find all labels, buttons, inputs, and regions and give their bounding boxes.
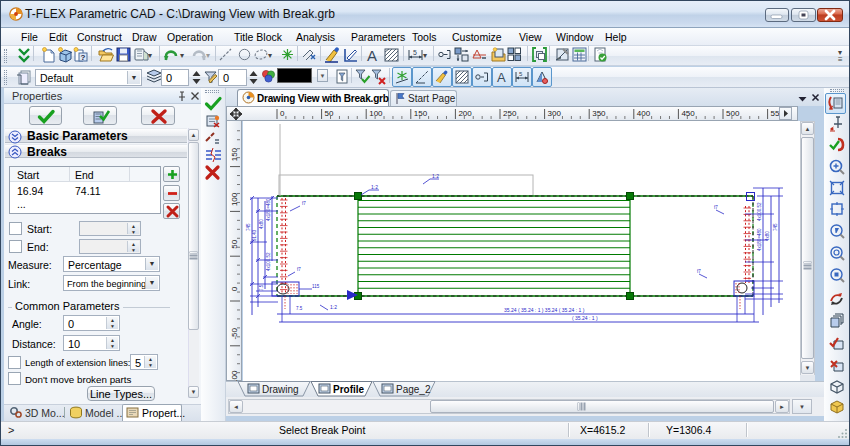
svg-text:A: A [497, 70, 506, 85]
svg-text:35.24 ( 35.24 : 1 ) 35.24 (: 35.24 ( 35.24 : 1 ) 35.24 ( 35.24 : 1 ) [504, 307, 585, 313]
svg-text:f7: f7 [714, 205, 718, 210]
svg-text:0: 0 [230, 286, 239, 291]
svg-text:1:2: 1:2 [432, 173, 439, 179]
svg-text:1:2: 1:2 [371, 184, 378, 190]
svg-text:300: 300 [548, 109, 562, 118]
svg-text:f7: f7 [302, 201, 306, 206]
svg-text:200: 200 [458, 109, 472, 118]
svg-text:( 35.24 : 1 ): ( 35.24 : 1 ) [572, 315, 598, 321]
svg-text:5: 5 [413, 49, 417, 56]
svg-text:Page_2: Page_2 [396, 384, 431, 395]
svg-text:4x100.52: 4x100.52 [757, 202, 762, 221]
svg-text:7.5: 7.5 [259, 284, 264, 291]
svg-text:Drawing: Drawing [262, 384, 299, 395]
svg-text:?: ? [81, 53, 86, 62]
svg-text:150: 150 [414, 109, 428, 118]
svg-text:f7: f7 [697, 269, 701, 274]
svg-text:0: 0 [280, 109, 285, 118]
svg-text:91.43: 91.43 [252, 229, 257, 241]
svg-text:5: 5 [519, 71, 523, 77]
svg-text:4x80: 4x80 [259, 219, 264, 229]
svg-text:50: 50 [325, 109, 334, 118]
svg-text:100: 100 [369, 109, 383, 118]
svg-text:4x80: 4x80 [765, 231, 770, 241]
svg-text:350: 350 [592, 109, 606, 118]
svg-text:115: 115 [312, 284, 320, 289]
svg-text:745: 745 [773, 223, 778, 231]
svg-text:A: A [367, 47, 377, 64]
svg-text:450: 450 [681, 109, 695, 118]
svg-text:f7: f7 [297, 267, 301, 272]
svg-text:745: 745 [246, 223, 251, 231]
svg-text:1:2: 1:2 [330, 304, 337, 310]
svg-text:100: 100 [230, 192, 239, 206]
svg-text:7.5: 7.5 [296, 306, 303, 311]
svg-text:250: 250 [503, 109, 517, 118]
svg-text:400: 400 [637, 109, 651, 118]
svg-text:4x180=480: 4x180=480 [757, 228, 762, 251]
svg-text:150: 150 [230, 147, 239, 161]
svg-text:4x180=480: 4x180=480 [266, 198, 271, 221]
svg-text:4x100.52: 4x100.52 [266, 252, 271, 271]
svg-text:-50: -50 [230, 327, 239, 339]
svg-text:Profile: Profile [333, 384, 365, 395]
svg-text:500: 500 [726, 109, 740, 118]
